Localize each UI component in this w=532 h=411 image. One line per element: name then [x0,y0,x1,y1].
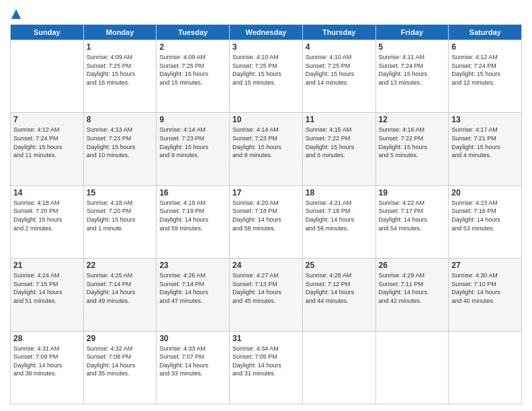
days-of-week-row: SundayMondayTuesdayWednesdayThursdayFrid… [11,25,522,40]
day-info: Sunrise: 4:31 AMSunset: 7:09 PMDaylight:… [13,345,81,378]
day-number: 13 [451,115,519,124]
day-number: 11 [306,115,373,124]
day-info: Sunrise: 4:34 AMSunset: 7:05 PMDaylight:… [232,345,300,378]
day-info: Sunrise: 4:32 AMSunset: 7:08 PMDaylight:… [87,345,154,378]
day-info: Sunrise: 4:09 AMSunset: 7:25 PMDaylight:… [159,53,226,87]
day-number: 26 [379,261,446,270]
calendar-cell: 13Sunrise: 4:17 AMSunset: 7:21 PMDayligh… [449,113,522,185]
calendar-cell: 24Sunrise: 4:27 AMSunset: 7:13 PMDayligh… [230,259,303,331]
day-info: Sunrise: 4:19 AMSunset: 7:19 PMDaylight:… [159,199,226,232]
day-info: Sunrise: 4:15 AMSunset: 7:22 PMDaylight:… [306,126,373,159]
day-info: Sunrise: 4:14 AMSunset: 7:23 PMDaylight:… [159,126,226,159]
calendar-body: 1Sunrise: 4:09 AMSunset: 7:25 PMDaylight… [11,40,522,404]
day-info: Sunrise: 4:27 AMSunset: 7:13 PMDaylight:… [232,271,300,305]
calendar-cell [375,331,449,404]
calendar-cell: 27Sunrise: 4:30 AMSunset: 7:10 PMDayligh… [449,259,522,331]
week-row-1: 1Sunrise: 4:09 AMSunset: 7:25 PMDaylight… [11,40,522,113]
day-number: 10 [232,115,300,124]
page: SundayMondayTuesdayWednesdayThursdayFrid… [0,0,532,411]
calendar-cell: 17Sunrise: 4:20 AMSunset: 7:18 PMDayligh… [230,185,303,258]
day-of-week-thursday: Thursday [302,25,375,40]
day-info: Sunrise: 4:16 AMSunset: 7:22 PMDaylight:… [379,126,446,159]
day-info: Sunrise: 4:28 AMSunset: 7:12 PMDaylight:… [306,271,373,305]
day-info: Sunrise: 4:22 AMSunset: 7:17 PMDaylight:… [379,199,446,232]
calendar: SundayMondayTuesdayWednesdayThursdayFrid… [10,24,522,404]
day-number: 23 [159,261,226,270]
day-of-week-friday: Friday [375,25,449,40]
day-number: 5 [379,42,446,52]
week-row-5: 28Sunrise: 4:31 AMSunset: 7:09 PMDayligh… [11,331,522,404]
day-number: 8 [87,115,154,124]
calendar-cell: 16Sunrise: 4:19 AMSunset: 7:19 PMDayligh… [157,185,230,258]
day-number: 9 [159,115,226,124]
day-number: 12 [379,115,446,124]
calendar-cell: 6Sunrise: 4:12 AMSunset: 7:24 PMDaylight… [449,40,522,113]
calendar-cell [449,331,522,404]
day-number: 3 [232,42,300,52]
calendar-cell: 29Sunrise: 4:32 AMSunset: 7:08 PMDayligh… [83,331,157,404]
day-info: Sunrise: 4:26 AMSunset: 7:14 PMDaylight:… [159,271,226,305]
day-info: Sunrise: 4:18 AMSunset: 7:20 PMDaylight:… [13,199,81,232]
day-number: 20 [451,188,519,197]
calendar-cell: 28Sunrise: 4:31 AMSunset: 7:09 PMDayligh… [11,331,84,404]
day-info: Sunrise: 4:13 AMSunset: 7:23 PMDaylight:… [87,126,154,159]
day-of-week-saturday: Saturday [449,25,522,40]
day-info: Sunrise: 4:11 AMSunset: 7:24 PMDaylight:… [379,53,446,87]
calendar-cell [302,331,375,404]
day-info: Sunrise: 4:10 AMSunset: 7:25 PMDaylight:… [306,53,373,87]
calendar-cell: 23Sunrise: 4:26 AMSunset: 7:14 PMDayligh… [157,259,230,331]
calendar-cell: 25Sunrise: 4:28 AMSunset: 7:12 PMDayligh… [302,259,375,331]
calendar-cell: 10Sunrise: 4:14 AMSunset: 7:23 PMDayligh… [230,113,303,185]
logo-icon [10,8,22,20]
logo [10,7,25,20]
day-number: 19 [379,188,446,197]
day-info: Sunrise: 4:25 AMSunset: 7:14 PMDaylight:… [87,271,154,305]
day-info: Sunrise: 4:18 AMSunset: 7:20 PMDaylight:… [87,199,154,232]
day-info: Sunrise: 4:17 AMSunset: 7:21 PMDaylight:… [451,126,519,159]
day-number: 2 [159,42,226,52]
day-info: Sunrise: 4:09 AMSunset: 7:25 PMDaylight:… [87,53,154,87]
day-info: Sunrise: 4:24 AMSunset: 7:15 PMDaylight:… [13,271,81,305]
day-of-week-wednesday: Wednesday [230,25,303,40]
day-number: 15 [87,188,154,197]
day-number: 6 [451,42,519,52]
calendar-cell: 4Sunrise: 4:10 AMSunset: 7:25 PMDaylight… [302,40,375,113]
day-number: 31 [232,334,300,343]
day-number: 25 [306,261,373,270]
day-number: 4 [306,42,373,52]
day-number: 21 [13,261,81,270]
calendar-header: SundayMondayTuesdayWednesdayThursdayFrid… [11,25,522,40]
calendar-cell: 1Sunrise: 4:09 AMSunset: 7:25 PMDaylight… [83,40,157,113]
day-info: Sunrise: 4:20 AMSunset: 7:18 PMDaylight:… [232,199,300,232]
day-of-week-sunday: Sunday [11,25,84,40]
calendar-cell: 21Sunrise: 4:24 AMSunset: 7:15 PMDayligh… [11,259,84,331]
calendar-cell: 19Sunrise: 4:22 AMSunset: 7:17 PMDayligh… [375,185,449,258]
day-of-week-tuesday: Tuesday [157,25,230,40]
header [10,7,522,20]
day-number: 24 [232,261,300,270]
calendar-cell: 15Sunrise: 4:18 AMSunset: 7:20 PMDayligh… [83,185,157,258]
calendar-cell: 8Sunrise: 4:13 AMSunset: 7:23 PMDaylight… [83,113,157,185]
calendar-cell: 5Sunrise: 4:11 AMSunset: 7:24 PMDaylight… [375,40,449,113]
calendar-cell: 31Sunrise: 4:34 AMSunset: 7:05 PMDayligh… [230,331,303,404]
day-number: 27 [451,261,519,270]
day-number: 18 [306,188,373,197]
day-number: 28 [13,334,81,343]
calendar-cell: 26Sunrise: 4:29 AMSunset: 7:11 PMDayligh… [375,259,449,331]
day-number: 17 [232,188,300,197]
calendar-cell: 20Sunrise: 4:23 AMSunset: 7:16 PMDayligh… [449,185,522,258]
day-info: Sunrise: 4:12 AMSunset: 7:24 PMDaylight:… [451,53,519,87]
day-number: 22 [87,261,154,270]
day-info: Sunrise: 4:30 AMSunset: 7:10 PMDaylight:… [451,271,519,305]
calendar-cell: 7Sunrise: 4:12 AMSunset: 7:24 PMDaylight… [11,113,84,185]
day-number: 29 [87,334,154,343]
week-row-4: 21Sunrise: 4:24 AMSunset: 7:15 PMDayligh… [11,259,522,331]
calendar-cell: 11Sunrise: 4:15 AMSunset: 7:22 PMDayligh… [302,113,375,185]
calendar-cell: 22Sunrise: 4:25 AMSunset: 7:14 PMDayligh… [83,259,157,331]
week-row-3: 14Sunrise: 4:18 AMSunset: 7:20 PMDayligh… [11,185,522,258]
day-number: 30 [159,334,226,343]
svg-marker-0 [11,9,21,19]
calendar-cell: 30Sunrise: 4:33 AMSunset: 7:07 PMDayligh… [157,331,230,404]
day-number: 16 [159,188,226,197]
day-info: Sunrise: 4:10 AMSunset: 7:25 PMDaylight:… [232,53,300,87]
